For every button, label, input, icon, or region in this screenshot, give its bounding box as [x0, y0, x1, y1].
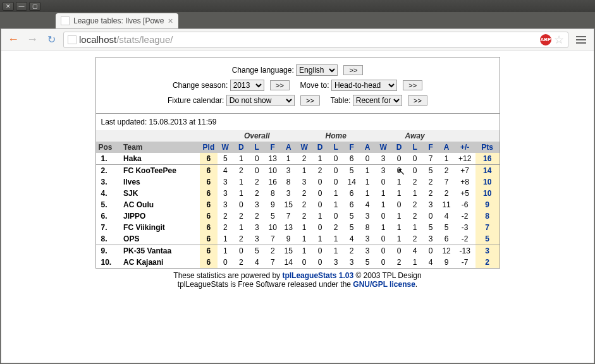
- season-go-button[interactable]: >>: [270, 80, 290, 90]
- back-button[interactable]: ←: [6, 33, 20, 47]
- col-pm: +/-: [455, 142, 475, 153]
- license-link[interactable]: GNU/GPL license: [353, 280, 415, 289]
- address-bar[interactable]: localhost/stats/league/ ABP ☆: [63, 32, 568, 48]
- table-row: 4.SJK6312832016111122+510: [96, 188, 500, 199]
- moveto-select[interactable]: Head-to-head: [331, 80, 397, 91]
- col-pos: Pos: [96, 142, 121, 153]
- season-select[interactable]: 2013: [230, 80, 264, 91]
- league-panel: Change language: English >> Change seaso…: [95, 57, 500, 269]
- table-row: 1.Haka65101312106030071+1216: [96, 153, 500, 165]
- language-select[interactable]: English: [296, 64, 338, 76]
- site-icon: [68, 35, 77, 44]
- language-label: Change language:: [232, 66, 294, 75]
- league-table: Overall Home Away Pos Team Pld WDLFA WDL…: [96, 130, 500, 268]
- tab-title: League tables: Ilves [Powe: [73, 16, 164, 25]
- table-row: 3.Ilves631216830014101227+810: [96, 176, 500, 188]
- group-overall: Overall: [218, 130, 297, 142]
- window-close-button[interactable]: ✕: [3, 2, 14, 11]
- moveto-go-button[interactable]: >>: [403, 80, 422, 90]
- col-team: Team: [121, 142, 200, 153]
- col-pld: Pld: [200, 142, 218, 153]
- footer: These statistics are powered by tplLeagu…: [1, 269, 594, 291]
- window-maximize-button[interactable]: ▢: [29, 2, 40, 11]
- fixture-go-button[interactable]: >>: [300, 95, 320, 106]
- forward-button[interactable]: →: [25, 33, 39, 47]
- browser-tab[interactable]: League tables: Ilves [Powe ×: [56, 13, 178, 28]
- table-go-button[interactable]: >>: [408, 95, 427, 106]
- table-row: 8.OPS6123791114301236-25: [96, 233, 500, 245]
- product-link[interactable]: tplLeagueStats 1.03: [282, 271, 353, 280]
- adblock-icon[interactable]: ABP: [540, 34, 551, 46]
- table-row: 2.FC KooTeePee64201031205130052+714: [96, 165, 500, 177]
- table-row: 9.PK-35 Vantaa610521510123004012-133: [96, 245, 500, 257]
- col-pts: Pts: [475, 142, 500, 153]
- page-icon: [61, 16, 70, 25]
- table-row: 7.FC Viikingit621310131025811155-37: [96, 222, 500, 233]
- controls-bar: Change language: English >> Change seaso…: [96, 58, 500, 114]
- table-select[interactable]: Recent form: [353, 95, 402, 106]
- close-icon[interactable]: ×: [168, 16, 173, 26]
- fixture-label: Fixture calendar:: [168, 96, 224, 105]
- bookmark-icon[interactable]: ☆: [554, 33, 564, 47]
- moveto-label: Move to:: [300, 81, 329, 90]
- group-home: Home: [297, 130, 376, 142]
- table-row: 6.JIPPO6222572105301204-28: [96, 210, 500, 222]
- table-row: 5.AC Oulu630391520164102311-69: [96, 199, 500, 210]
- season-label: Change season:: [173, 81, 228, 90]
- window-titlebar: ✕ — ▢: [0, 0, 595, 12]
- fixture-select[interactable]: Do not show: [226, 95, 295, 106]
- url-text: localhost/stats/league/: [79, 34, 537, 45]
- language-go-button[interactable]: >>: [343, 65, 363, 75]
- browser-toolbar: ← → ↻ localhost/stats/league/ ABP ☆: [1, 29, 594, 51]
- page-content: Change language: English >> Change seaso…: [1, 51, 594, 363]
- reload-button[interactable]: ↻: [44, 33, 58, 47]
- window-minimize-button[interactable]: —: [16, 2, 27, 11]
- table-label: Table:: [330, 96, 350, 105]
- last-updated: Last updated: 15.08.2013 at 11:59: [96, 114, 500, 130]
- tab-strip: League tables: Ilves [Powe ×: [0, 12, 595, 28]
- group-away: Away: [376, 130, 455, 142]
- table-row: 10.AC Kajaani60247140033502149-72: [96, 257, 500, 268]
- hamburger-menu-button[interactable]: [574, 32, 589, 47]
